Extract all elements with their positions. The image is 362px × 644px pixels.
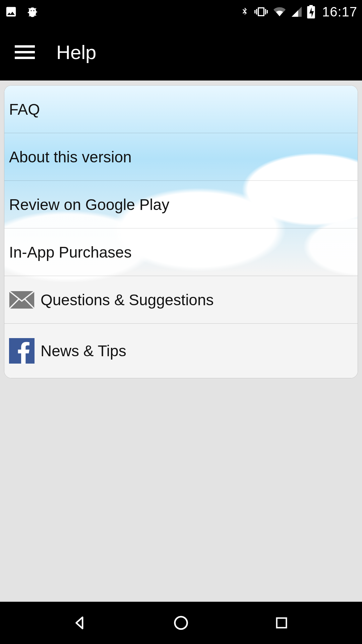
menu-item-label: FAQ [9,100,40,118]
content-area: FAQ About this version Review on Google … [0,80,362,602]
battery-charging-icon [307,5,315,18]
app-bar: Help [0,23,362,80]
help-menu-list: FAQ About this version Review on Google … [4,86,358,378]
facebook-icon [9,338,41,364]
status-bar: 16:17 [0,0,362,23]
menu-item-review-play[interactable]: Review on Google Play [4,181,358,228]
nav-back-button[interactable] [67,609,94,636]
nav-home-button[interactable] [168,609,194,636]
menu-item-questions-suggestions[interactable]: Questions & Suggestions [4,276,358,324]
vibrate-icon [254,5,268,18]
menu-item-label: Review on Google Play [9,196,169,214]
mail-icon [9,291,41,309]
svg-rect-3 [277,618,287,628]
status-left [5,5,39,18]
wifi-icon [273,6,287,18]
menu-item-news-tips[interactable]: News & Tips [4,324,358,378]
image-icon [5,5,17,18]
menu-item-label: News & Tips [41,342,126,360]
status-right: 16:17 [240,4,357,19]
help-menu-card: FAQ About this version Review on Google … [4,85,358,378]
menu-item-faq[interactable]: FAQ [4,86,358,133]
android-debug-icon [26,5,39,18]
android-nav-bar [0,602,362,644]
menu-icon[interactable] [15,44,35,60]
menu-item-about-version[interactable]: About this version [4,133,358,181]
menu-item-label: About this version [9,148,132,166]
bluetooth-icon [240,5,250,18]
menu-item-label: In-App Purchases [9,243,132,261]
cell-signal-icon [291,6,303,18]
status-time: 16:17 [322,4,357,19]
menu-item-label: Questions & Suggestions [41,291,214,309]
nav-recents-button[interactable] [268,609,295,636]
svg-point-2 [175,617,187,629]
page-title: Help [56,41,96,63]
menu-item-in-app-purchases[interactable]: In-App Purchases [4,228,358,276]
